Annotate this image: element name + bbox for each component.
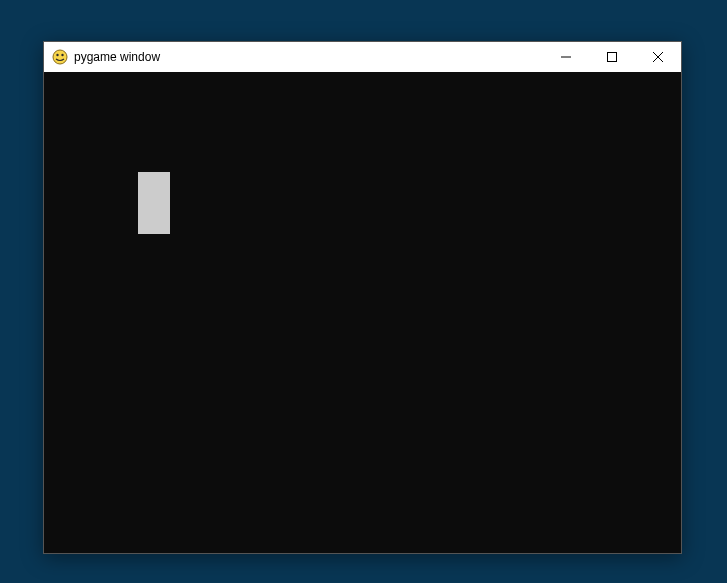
- svg-point-2: [61, 54, 63, 56]
- pygame-snake-icon: [52, 49, 68, 65]
- maximize-icon: [607, 52, 617, 62]
- game-canvas[interactable]: [44, 72, 681, 553]
- close-icon: [653, 52, 663, 62]
- minimize-icon: [561, 52, 571, 62]
- svg-point-0: [53, 50, 67, 64]
- game-entity: [138, 172, 170, 234]
- close-button[interactable]: [635, 42, 681, 72]
- pygame-window: pygame window: [43, 41, 682, 554]
- window-controls: [543, 42, 681, 72]
- maximize-button[interactable]: [589, 42, 635, 72]
- minimize-button[interactable]: [543, 42, 589, 72]
- svg-point-1: [56, 54, 58, 56]
- svg-rect-4: [608, 53, 617, 62]
- titlebar[interactable]: pygame window: [44, 42, 681, 72]
- window-title: pygame window: [74, 50, 543, 64]
